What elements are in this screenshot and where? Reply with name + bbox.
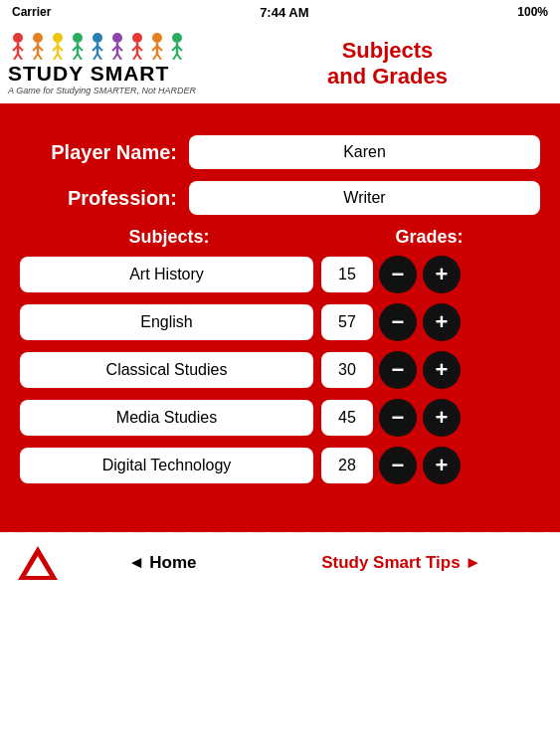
- profession-row: Profession: Writer: [20, 181, 540, 215]
- grade-value-4: 28: [321, 448, 373, 483]
- svg-line-35: [117, 54, 121, 60]
- subject-name-0: Art History: [20, 257, 313, 292]
- minus-button-3[interactable]: −: [379, 399, 417, 437]
- profession-label: Profession:: [20, 187, 189, 210]
- brand-sub: A Game for Studying SMARTER, Not HARDER: [8, 86, 196, 95]
- subject-name-4: Digital Technology: [20, 448, 313, 483]
- svg-point-0: [13, 33, 23, 43]
- page-title: Subjects and Grades: [227, 38, 548, 91]
- svg-line-11: [38, 54, 42, 60]
- svg-line-5: [18, 54, 22, 60]
- player-name-label: Player Name:: [20, 141, 189, 164]
- grade-area-3: 45 − +: [313, 399, 540, 437]
- study-smart-tips-button[interactable]: Study Smart Tips ►: [321, 553, 481, 573]
- svg-line-53: [177, 54, 181, 60]
- svg-point-48: [172, 33, 182, 43]
- subject-name-2: Classical Studies: [20, 352, 313, 388]
- svg-point-6: [33, 33, 43, 43]
- subject-row: Media Studies 45 − +: [20, 399, 540, 437]
- svg-point-24: [93, 33, 102, 43]
- status-bar: Carrier 7:44 AM 100%: [0, 0, 560, 24]
- logo-figures: [8, 32, 197, 60]
- minus-button-2[interactable]: −: [379, 351, 417, 389]
- plus-button-0[interactable]: +: [423, 256, 461, 293]
- svg-line-41: [137, 54, 141, 60]
- plus-button-2[interactable]: +: [423, 351, 461, 389]
- time-text: 7:44 AM: [260, 5, 308, 20]
- subject-row: Digital Technology 28 − +: [20, 447, 540, 484]
- carrier-text: Carrier: [12, 5, 51, 19]
- zigzag-bottom-border: [0, 514, 560, 532]
- minus-button-4[interactable]: −: [379, 447, 417, 484]
- player-name-row: Player Name: Karen: [20, 135, 540, 169]
- svg-point-30: [112, 33, 122, 43]
- grade-area-2: 30 − +: [313, 351, 540, 389]
- footer-nav[interactable]: ◄ Home Study Smart Tips ►: [66, 553, 544, 573]
- subjects-header-row: Subjects: Grades:: [20, 227, 540, 248]
- zigzag-top-border: [0, 103, 560, 121]
- footer-logo: [16, 544, 66, 582]
- subject-row: Art History 15 − +: [20, 256, 540, 293]
- main-section: Player Name: Karen Profession: Writer Su…: [0, 103, 560, 532]
- player-name-value[interactable]: Karen: [189, 135, 540, 169]
- logo-people-icon: [8, 32, 197, 60]
- subject-row: English 57 − +: [20, 303, 540, 341]
- svg-point-12: [53, 33, 63, 43]
- subjects-col-label: Subjects:: [20, 227, 318, 248]
- profession-value[interactable]: Writer: [189, 181, 540, 215]
- main-content: Player Name: Karen Profession: Writer Su…: [0, 121, 560, 514]
- grade-area-0: 15 − +: [313, 256, 540, 293]
- minus-button-0[interactable]: −: [379, 256, 417, 293]
- grade-area-4: 28 − +: [313, 447, 540, 484]
- svg-line-29: [97, 54, 101, 60]
- svg-point-36: [132, 33, 142, 43]
- header: STUDY SMART A Game for Studying SMARTER,…: [0, 24, 560, 103]
- grades-col-label: Grades:: [318, 227, 540, 248]
- grade-value-2: 30: [321, 352, 373, 388]
- grade-value-0: 15: [321, 257, 373, 292]
- battery-text: 100%: [517, 5, 548, 19]
- subject-name-3: Media Studies: [20, 400, 313, 436]
- svg-line-23: [78, 54, 82, 60]
- subject-row: Classical Studies 30 − +: [20, 351, 540, 389]
- page-title-area: Subjects and Grades: [227, 38, 548, 91]
- svg-line-47: [157, 54, 161, 60]
- plus-button-3[interactable]: +: [423, 399, 461, 437]
- brand-name: STUDY SMART: [8, 62, 196, 85]
- home-button[interactable]: ◄ Home: [128, 553, 197, 573]
- plus-button-4[interactable]: +: [423, 447, 461, 484]
- svg-point-42: [152, 33, 162, 43]
- footer: ◄ Home Study Smart Tips ►: [0, 532, 560, 592]
- logo-area: STUDY SMART A Game for Studying SMARTER,…: [8, 32, 227, 94]
- subjects-list: Art History 15 − + English 57 − + Classi…: [20, 256, 540, 484]
- svg-line-17: [58, 54, 62, 60]
- svg-point-18: [73, 33, 83, 43]
- grade-value-1: 57: [321, 304, 373, 340]
- footer-logo-icon: [16, 544, 60, 582]
- grade-area-1: 57 − +: [313, 303, 540, 341]
- minus-button-1[interactable]: −: [379, 303, 417, 341]
- plus-button-1[interactable]: +: [423, 303, 461, 341]
- subject-name-1: English: [20, 304, 313, 340]
- grade-value-3: 45: [321, 400, 373, 436]
